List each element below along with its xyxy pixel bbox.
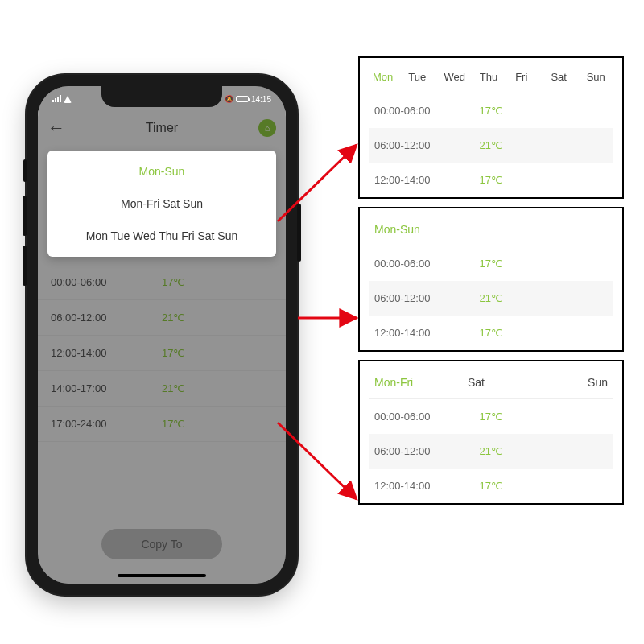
tab-sat[interactable]: Sat xyxy=(468,376,550,389)
schedule-time: 06:00-12:00 xyxy=(374,139,480,151)
schedule-time: 00:00-06:00 xyxy=(374,258,480,270)
panel-schedule: 00:00-06:00 17℃ 06:00-12:00 21℃ 12:00-14… xyxy=(369,93,613,197)
schedule-row[interactable]: 00:00-06:00 17℃ xyxy=(369,93,613,128)
tab-mon[interactable]: Mon xyxy=(373,71,395,83)
schedule-time: 00:00-06:00 xyxy=(374,411,480,423)
schedule-row[interactable]: 14:00-17:00 21℃ xyxy=(38,371,286,407)
status-time: 14:15 xyxy=(251,95,271,104)
tab-tue[interactable]: Tue xyxy=(408,71,431,83)
schedule-row[interactable]: 06:00-12:00 21℃ xyxy=(369,281,613,316)
schedule-row[interactable]: 00:00-06:00 17℃ xyxy=(369,399,613,434)
popup-option-mon-sun[interactable]: Mon-Sun xyxy=(47,155,276,188)
schedule-temp: 17℃ xyxy=(162,418,185,430)
example-panels: Mon Tue Wed Thu Fri Sat Sun 00:00-06:00 … xyxy=(358,56,624,505)
copy-to-button[interactable]: Copy To xyxy=(101,529,222,559)
volume-down-button[interactable] xyxy=(23,246,27,286)
tab-sun[interactable]: Sun xyxy=(587,71,609,83)
schedule-temp: 21℃ xyxy=(480,139,503,151)
schedule-time: 00:00-06:00 xyxy=(51,276,162,288)
schedule-temp: 21℃ xyxy=(480,292,503,304)
wifi-icon xyxy=(64,96,72,103)
phone-screen: 🔕 14:15 ← Timer ⌂ 00:00-06:00 17℃ 06:00-… xyxy=(38,86,286,584)
schedule-row[interactable]: 17:00-24:00 17℃ xyxy=(38,407,286,442)
schedule-temp: 17℃ xyxy=(480,480,503,492)
tab-mon-sun[interactable]: Mon-Sun xyxy=(369,217,613,246)
schedule-time: 12:00-14:00 xyxy=(374,327,480,339)
panel-schedule: 00:00-06:00 17℃ 06:00-12:00 21℃ 12:00-14… xyxy=(369,246,613,350)
tab-wed[interactable]: Wed xyxy=(444,71,467,83)
volume-up-button[interactable] xyxy=(23,196,27,236)
day-tabs: Mon-Fri Sat Sun xyxy=(369,369,613,399)
back-button[interactable]: ← xyxy=(47,118,65,138)
schedule-list: 00:00-06:00 17℃ 06:00-12:00 21℃ 12:00-14… xyxy=(38,265,286,442)
panel-weekday-weekend: Mon-Fri Sat Sun 00:00-06:00 17℃ 06:00-12… xyxy=(358,360,624,505)
schedule-time: 06:00-12:00 xyxy=(374,445,480,457)
panel-mon-sun: Mon-Sun 00:00-06:00 17℃ 06:00-12:00 21℃ … xyxy=(358,207,624,352)
schedule-temp: 17℃ xyxy=(480,105,503,117)
power-button[interactable] xyxy=(297,204,301,262)
home-indicator[interactable] xyxy=(118,574,206,577)
day-tabs: Mon Tue Wed Thu Fri Sat Sun xyxy=(369,66,613,93)
tab-thu[interactable]: Thu xyxy=(480,71,502,83)
panel-individual-days: Mon Tue Wed Thu Fri Sat Sun 00:00-06:00 … xyxy=(358,56,624,199)
schedule-time: 12:00-14:00 xyxy=(374,174,480,186)
schedule-row[interactable]: 06:00-12:00 21℃ xyxy=(38,300,286,336)
day-mode-popup: Mon-Sun Mon-Fri Sat Sun Mon Tue Wed Thu … xyxy=(47,151,276,257)
schedule-temp: 17℃ xyxy=(480,411,503,423)
schedule-temp: 21℃ xyxy=(162,312,185,324)
schedule-row[interactable]: 12:00-14:00 17℃ xyxy=(38,336,286,371)
schedule-time: 12:00-14:00 xyxy=(51,347,162,359)
page-title: Timer xyxy=(146,121,178,135)
signal-icon xyxy=(52,95,62,104)
schedule-temp: 17℃ xyxy=(162,347,185,359)
schedule-temp: 17℃ xyxy=(480,258,503,270)
schedule-row[interactable]: 12:00-14:00 17℃ xyxy=(369,469,613,503)
schedule-row[interactable]: 00:00-06:00 17℃ xyxy=(38,265,286,300)
phone-mockup: 🔕 14:15 ← Timer ⌂ 00:00-06:00 17℃ 06:00-… xyxy=(27,75,297,595)
tab-sat[interactable]: Sat xyxy=(551,71,573,83)
schedule-temp: 21℃ xyxy=(162,382,185,394)
schedule-time: 06:00-12:00 xyxy=(374,292,480,304)
tab-fri[interactable]: Fri xyxy=(515,71,538,83)
schedule-row[interactable]: 12:00-14:00 17℃ xyxy=(369,316,613,350)
notch xyxy=(101,86,222,107)
nav-bar: ← Timer ⌂ xyxy=(38,110,286,146)
schedule-time: 14:00-17:00 xyxy=(51,382,162,394)
schedule-temp: 21℃ xyxy=(480,445,503,457)
schedule-time: 00:00-06:00 xyxy=(374,105,480,117)
panel-schedule: 00:00-06:00 17℃ 06:00-12:00 21℃ 12:00-14… xyxy=(369,399,613,503)
schedule-row[interactable]: 00:00-06:00 17℃ xyxy=(369,246,613,281)
schedule-temp: 17℃ xyxy=(480,327,503,339)
schedule-time: 06:00-12:00 xyxy=(51,312,162,324)
schedule-row[interactable]: 12:00-14:00 17℃ xyxy=(369,163,613,197)
schedule-temp: 17℃ xyxy=(480,174,503,186)
mute-switch[interactable] xyxy=(23,159,27,182)
schedule-row[interactable]: 06:00-12:00 21℃ xyxy=(369,434,613,469)
battery-icon xyxy=(236,96,249,102)
tab-sun[interactable]: Sun xyxy=(550,376,609,389)
silent-icon: 🔕 xyxy=(225,95,233,103)
popup-option-weekday-weekend[interactable]: Mon-Fri Sat Sun xyxy=(47,188,276,220)
tab-mon-fri[interactable]: Mon-Fri xyxy=(374,376,468,389)
schedule-time: 12:00-14:00 xyxy=(374,480,480,492)
schedule-temp: 17℃ xyxy=(162,276,185,288)
home-button[interactable]: ⌂ xyxy=(258,119,276,137)
schedule-time: 17:00-24:00 xyxy=(51,418,162,430)
schedule-row[interactable]: 06:00-12:00 21℃ xyxy=(369,128,613,163)
popup-option-individual-days[interactable]: Mon Tue Wed Thu Fri Sat Sun xyxy=(47,220,276,252)
